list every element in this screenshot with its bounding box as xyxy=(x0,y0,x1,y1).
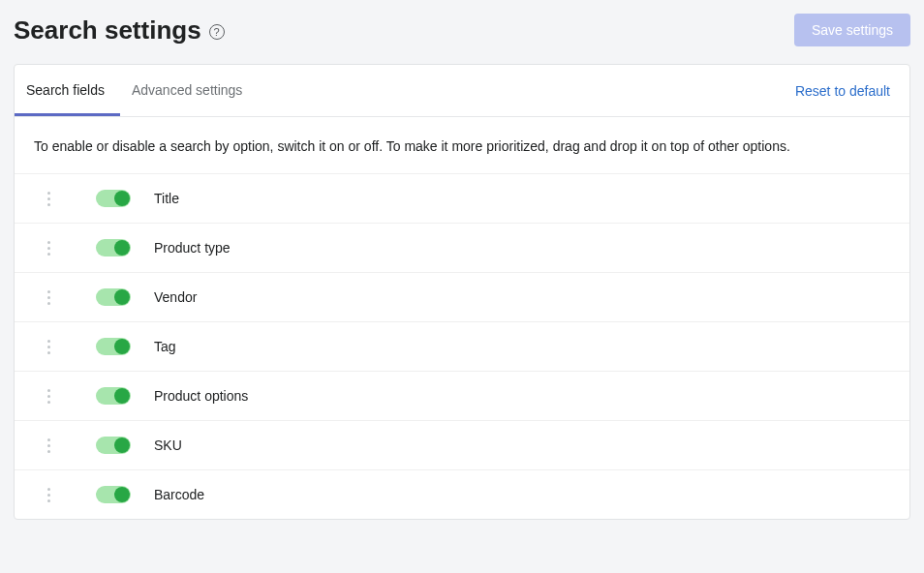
field-label: Vendor xyxy=(154,289,197,305)
drag-handle-icon[interactable] xyxy=(44,241,53,256)
tab-search-fields[interactable]: Search fields xyxy=(15,65,120,116)
toggle-sku[interactable] xyxy=(96,437,131,454)
field-row-title: Title xyxy=(15,173,909,223)
page-title: Search settings xyxy=(14,15,201,45)
drag-handle-icon[interactable] xyxy=(44,290,53,305)
tab-advanced-settings[interactable]: Advanced settings xyxy=(120,65,258,116)
field-label: Product type xyxy=(154,240,231,256)
field-label: Tag xyxy=(154,339,176,354)
field-label: Barcode xyxy=(154,487,204,502)
tabs: Search fields Advanced settings xyxy=(15,65,258,116)
drag-handle-icon[interactable] xyxy=(44,389,53,404)
drag-handle-icon[interactable] xyxy=(44,488,53,502)
field-row-sku: SKU xyxy=(15,420,909,469)
field-row-barcode: Barcode xyxy=(15,469,909,519)
toggle-vendor[interactable] xyxy=(96,288,131,306)
help-icon[interactable]: ? xyxy=(209,24,225,40)
field-label: Product options xyxy=(154,388,248,404)
field-list: Title Product type Vendor Tag Product op… xyxy=(15,173,909,519)
settings-card: Search fields Advanced settings Reset to… xyxy=(14,64,910,520)
drag-handle-icon[interactable] xyxy=(44,340,53,354)
field-row-product-options: Product options xyxy=(15,371,909,420)
toggle-tag[interactable] xyxy=(96,338,131,355)
field-label: SKU xyxy=(154,437,182,453)
toggle-product-options[interactable] xyxy=(96,387,131,405)
field-row-product-type: Product type xyxy=(15,223,909,272)
field-row-tag: Tag xyxy=(15,321,909,371)
toggle-product-type[interactable] xyxy=(96,239,131,256)
drag-handle-icon[interactable] xyxy=(44,438,53,453)
save-settings-button[interactable]: Save settings xyxy=(794,14,910,46)
toggle-title[interactable] xyxy=(96,190,131,207)
field-row-vendor: Vendor xyxy=(15,272,909,321)
description-text: To enable or disable a search by option,… xyxy=(15,117,909,173)
drag-handle-icon[interactable] xyxy=(44,192,53,206)
toggle-barcode[interactable] xyxy=(96,486,131,503)
field-label: Title xyxy=(154,191,179,206)
reset-to-default-link[interactable]: Reset to default xyxy=(795,83,909,99)
